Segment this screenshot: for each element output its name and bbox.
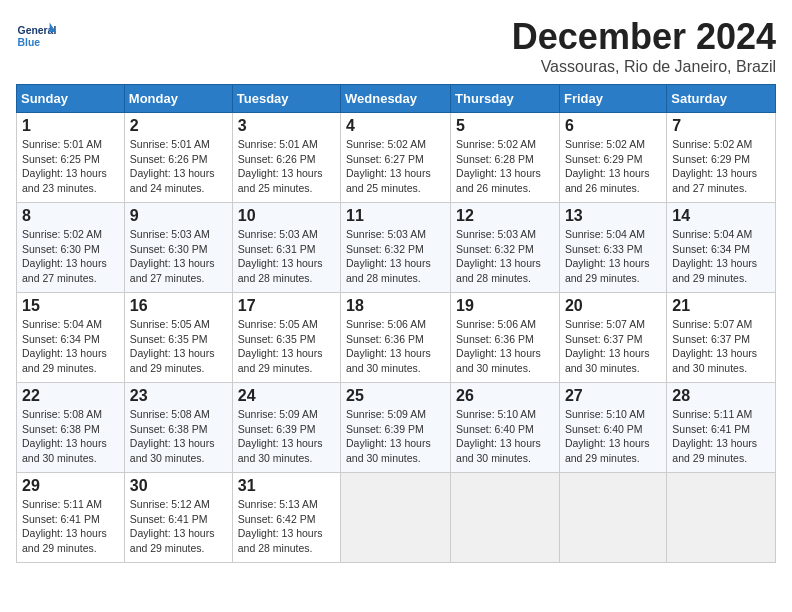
day-number: 25 [346, 387, 445, 405]
day-cell: 6 Sunrise: 5:02 AM Sunset: 6:29 PM Dayli… [559, 113, 666, 203]
day-cell: 19 Sunrise: 5:06 AM Sunset: 6:36 PM Dayl… [451, 293, 560, 383]
calendar-header-row: SundayMondayTuesdayWednesdayThursdayFrid… [17, 85, 776, 113]
day-cell [451, 473, 560, 563]
day-cell [341, 473, 451, 563]
day-cell: 5 Sunrise: 5:02 AM Sunset: 6:28 PM Dayli… [451, 113, 560, 203]
day-cell: 26 Sunrise: 5:10 AM Sunset: 6:40 PM Dayl… [451, 383, 560, 473]
day-cell: 16 Sunrise: 5:05 AM Sunset: 6:35 PM Dayl… [124, 293, 232, 383]
day-number: 20 [565, 297, 661, 315]
day-number: 19 [456, 297, 554, 315]
day-info: Sunrise: 5:05 AM Sunset: 6:35 PM Dayligh… [238, 318, 323, 374]
day-info: Sunrise: 5:02 AM Sunset: 6:29 PM Dayligh… [672, 138, 757, 194]
day-number: 31 [238, 477, 335, 495]
week-row-4: 29 Sunrise: 5:11 AM Sunset: 6:41 PM Dayl… [17, 473, 776, 563]
day-cell: 29 Sunrise: 5:11 AM Sunset: 6:41 PM Dayl… [17, 473, 125, 563]
day-number: 2 [130, 117, 227, 135]
day-number: 4 [346, 117, 445, 135]
day-info: Sunrise: 5:10 AM Sunset: 6:40 PM Dayligh… [565, 408, 650, 464]
day-cell: 12 Sunrise: 5:03 AM Sunset: 6:32 PM Dayl… [451, 203, 560, 293]
day-number: 17 [238, 297, 335, 315]
day-info: Sunrise: 5:12 AM Sunset: 6:41 PM Dayligh… [130, 498, 215, 554]
title-section: December 2024 Vassouras, Rio de Janeiro,… [512, 16, 776, 76]
header-friday: Friday [559, 85, 666, 113]
day-info: Sunrise: 5:06 AM Sunset: 6:36 PM Dayligh… [346, 318, 431, 374]
day-cell: 15 Sunrise: 5:04 AM Sunset: 6:34 PM Dayl… [17, 293, 125, 383]
day-cell: 28 Sunrise: 5:11 AM Sunset: 6:41 PM Dayl… [667, 383, 776, 473]
day-number: 28 [672, 387, 770, 405]
day-info: Sunrise: 5:03 AM Sunset: 6:30 PM Dayligh… [130, 228, 215, 284]
day-cell: 25 Sunrise: 5:09 AM Sunset: 6:39 PM Dayl… [341, 383, 451, 473]
day-cell: 17 Sunrise: 5:05 AM Sunset: 6:35 PM Dayl… [232, 293, 340, 383]
day-number: 24 [238, 387, 335, 405]
day-cell: 3 Sunrise: 5:01 AM Sunset: 6:26 PM Dayli… [232, 113, 340, 203]
day-info: Sunrise: 5:04 AM Sunset: 6:34 PM Dayligh… [672, 228, 757, 284]
day-number: 22 [22, 387, 119, 405]
day-info: Sunrise: 5:06 AM Sunset: 6:36 PM Dayligh… [456, 318, 541, 374]
day-cell: 14 Sunrise: 5:04 AM Sunset: 6:34 PM Dayl… [667, 203, 776, 293]
day-info: Sunrise: 5:02 AM Sunset: 6:29 PM Dayligh… [565, 138, 650, 194]
header-monday: Monday [124, 85, 232, 113]
day-cell: 31 Sunrise: 5:13 AM Sunset: 6:42 PM Dayl… [232, 473, 340, 563]
day-info: Sunrise: 5:01 AM Sunset: 6:26 PM Dayligh… [238, 138, 323, 194]
day-info: Sunrise: 5:02 AM Sunset: 6:28 PM Dayligh… [456, 138, 541, 194]
day-info: Sunrise: 5:08 AM Sunset: 6:38 PM Dayligh… [22, 408, 107, 464]
day-info: Sunrise: 5:08 AM Sunset: 6:38 PM Dayligh… [130, 408, 215, 464]
day-cell: 2 Sunrise: 5:01 AM Sunset: 6:26 PM Dayli… [124, 113, 232, 203]
day-number: 14 [672, 207, 770, 225]
week-row-1: 8 Sunrise: 5:02 AM Sunset: 6:30 PM Dayli… [17, 203, 776, 293]
header-wednesday: Wednesday [341, 85, 451, 113]
day-info: Sunrise: 5:03 AM Sunset: 6:32 PM Dayligh… [456, 228, 541, 284]
day-number: 12 [456, 207, 554, 225]
month-title: December 2024 [512, 16, 776, 58]
day-number: 26 [456, 387, 554, 405]
page-header: General Blue December 2024 Vassouras, Ri… [16, 16, 776, 76]
day-cell: 10 Sunrise: 5:03 AM Sunset: 6:31 PM Dayl… [232, 203, 340, 293]
day-cell: 27 Sunrise: 5:10 AM Sunset: 6:40 PM Dayl… [559, 383, 666, 473]
day-cell [667, 473, 776, 563]
day-number: 11 [346, 207, 445, 225]
day-number: 16 [130, 297, 227, 315]
logo: General Blue [16, 16, 60, 56]
day-info: Sunrise: 5:11 AM Sunset: 6:41 PM Dayligh… [22, 498, 107, 554]
day-cell [559, 473, 666, 563]
day-info: Sunrise: 5:03 AM Sunset: 6:31 PM Dayligh… [238, 228, 323, 284]
day-cell: 24 Sunrise: 5:09 AM Sunset: 6:39 PM Dayl… [232, 383, 340, 473]
day-number: 18 [346, 297, 445, 315]
day-number: 15 [22, 297, 119, 315]
day-info: Sunrise: 5:09 AM Sunset: 6:39 PM Dayligh… [238, 408, 323, 464]
calendar-table: SundayMondayTuesdayWednesdayThursdayFrid… [16, 84, 776, 563]
day-number: 5 [456, 117, 554, 135]
day-number: 10 [238, 207, 335, 225]
day-info: Sunrise: 5:01 AM Sunset: 6:26 PM Dayligh… [130, 138, 215, 194]
day-cell: 9 Sunrise: 5:03 AM Sunset: 6:30 PM Dayli… [124, 203, 232, 293]
svg-text:Blue: Blue [18, 37, 41, 48]
day-cell: 11 Sunrise: 5:03 AM Sunset: 6:32 PM Dayl… [341, 203, 451, 293]
day-number: 13 [565, 207, 661, 225]
day-cell: 22 Sunrise: 5:08 AM Sunset: 6:38 PM Dayl… [17, 383, 125, 473]
day-info: Sunrise: 5:11 AM Sunset: 6:41 PM Dayligh… [672, 408, 757, 464]
day-number: 9 [130, 207, 227, 225]
day-number: 21 [672, 297, 770, 315]
header-sunday: Sunday [17, 85, 125, 113]
day-info: Sunrise: 5:07 AM Sunset: 6:37 PM Dayligh… [672, 318, 757, 374]
day-number: 8 [22, 207, 119, 225]
day-info: Sunrise: 5:05 AM Sunset: 6:35 PM Dayligh… [130, 318, 215, 374]
day-number: 7 [672, 117, 770, 135]
day-info: Sunrise: 5:02 AM Sunset: 6:27 PM Dayligh… [346, 138, 431, 194]
day-cell: 18 Sunrise: 5:06 AM Sunset: 6:36 PM Dayl… [341, 293, 451, 383]
day-cell: 30 Sunrise: 5:12 AM Sunset: 6:41 PM Dayl… [124, 473, 232, 563]
day-cell: 13 Sunrise: 5:04 AM Sunset: 6:33 PM Dayl… [559, 203, 666, 293]
day-number: 6 [565, 117, 661, 135]
day-info: Sunrise: 5:04 AM Sunset: 6:34 PM Dayligh… [22, 318, 107, 374]
day-number: 29 [22, 477, 119, 495]
day-number: 23 [130, 387, 227, 405]
day-info: Sunrise: 5:09 AM Sunset: 6:39 PM Dayligh… [346, 408, 431, 464]
day-number: 30 [130, 477, 227, 495]
day-info: Sunrise: 5:07 AM Sunset: 6:37 PM Dayligh… [565, 318, 650, 374]
day-cell: 4 Sunrise: 5:02 AM Sunset: 6:27 PM Dayli… [341, 113, 451, 203]
week-row-2: 15 Sunrise: 5:04 AM Sunset: 6:34 PM Dayl… [17, 293, 776, 383]
day-info: Sunrise: 5:13 AM Sunset: 6:42 PM Dayligh… [238, 498, 323, 554]
day-cell: 21 Sunrise: 5:07 AM Sunset: 6:37 PM Dayl… [667, 293, 776, 383]
header-saturday: Saturday [667, 85, 776, 113]
header-tuesday: Tuesday [232, 85, 340, 113]
